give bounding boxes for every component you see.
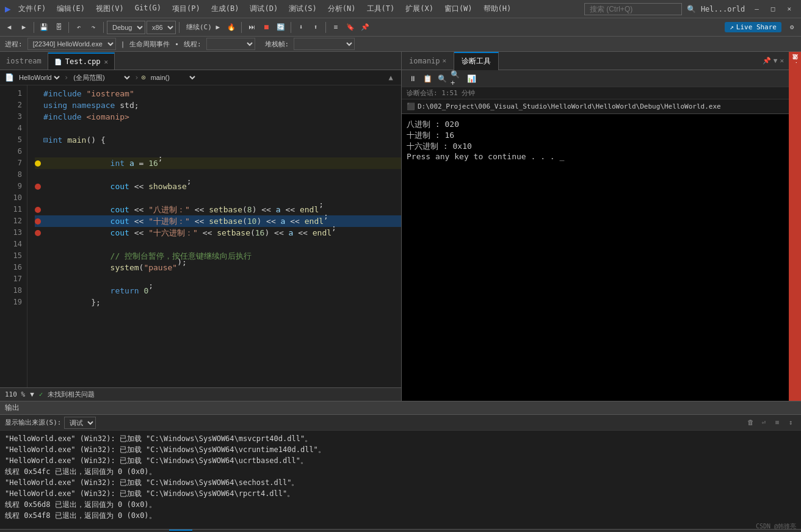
- live-share-btn[interactable]: ↗ Live Share: [725, 22, 781, 32]
- fn-showbase: showbase: [148, 181, 187, 192]
- line-numbers: 1 2 3 4 5 6 7 8 9 10 11 12 13 14 15 16 1…: [0, 85, 27, 387]
- tab-watch-1[interactable]: 监视 1: [83, 530, 114, 533]
- menu-debug[interactable]: 调试(D): [245, 1, 283, 16]
- output-clear-btn[interactable]: 🗑: [745, 417, 756, 428]
- tab-test-cpp[interactable]: 📄 Test.cpp ✕: [48, 52, 115, 70]
- code-line-13: cout << "十六进制：" << setbase(16) << a << e…: [35, 227, 401, 239]
- menu-edit[interactable]: 编辑(E): [52, 1, 90, 16]
- minimize-button[interactable]: —: [750, 4, 764, 14]
- num-0: 0: [143, 285, 148, 297]
- function-combo[interactable]: main(): [148, 71, 197, 84]
- diag-chart-btn[interactable]: 📊: [465, 73, 477, 85]
- process-combo[interactable]: [22340] HelloWorld.exe: [27, 38, 116, 50]
- hot-reload-icon[interactable]: 🔥: [225, 21, 238, 34]
- tab-diag-tools[interactable]: 诊断工具: [454, 52, 499, 70]
- kw-namespace: namespace: [72, 99, 115, 111]
- str-iomanip: <iomanip>: [86, 111, 129, 123]
- tab-iostream[interactable]: iostream: [0, 52, 48, 70]
- step-out-btn[interactable]: ⬆: [309, 21, 322, 34]
- menu-test[interactable]: 测试(S): [284, 1, 322, 16]
- output-btn3[interactable]: ≡: [772, 417, 783, 428]
- live-share-label: Live Share: [736, 23, 777, 31]
- close-button[interactable]: ✕: [782, 4, 796, 14]
- diag-close-btn[interactable]: ✕: [780, 57, 784, 65]
- undo-btn[interactable]: ↶: [72, 21, 85, 34]
- tab-local-vars[interactable]: 局部变量: [44, 530, 81, 533]
- tab-output[interactable]: 输出: [169, 530, 192, 533]
- menu-git[interactable]: Git(G): [130, 1, 166, 16]
- fn-endl12: endl: [305, 215, 324, 227]
- diag-btn-1[interactable]: ⏸: [407, 73, 419, 85]
- output-source-combo[interactable]: 调试: [64, 417, 96, 429]
- output-content[interactable]: "HelloWorld.exe" (Win32): 已加载 "C:\Window…: [0, 431, 801, 529]
- stop-btn[interactable]: ⏹: [259, 21, 273, 34]
- console-line-3: 十六进制 : 0x10: [407, 141, 784, 152]
- output-header: 输出: [0, 401, 801, 415]
- code-line-3: #include <iomanip>: [35, 111, 401, 123]
- iomanip-close-btn[interactable]: ✕: [443, 57, 447, 65]
- code-content-area[interactable]: #include "iostream" using namespace std;…: [27, 85, 401, 387]
- thread-combo[interactable]: [206, 38, 255, 50]
- arch-combo[interactable]: x86: [147, 21, 176, 34]
- menu-build[interactable]: 生成(B): [206, 1, 244, 16]
- tab-test-cpp-close[interactable]: ✕: [104, 58, 109, 66]
- diag-btn-2[interactable]: 📋: [421, 73, 433, 85]
- bookmark-btn[interactable]: 🔖: [344, 21, 357, 34]
- format-btn[interactable]: ≡: [329, 21, 343, 34]
- tab-auto-window[interactable]: 自动窗口: [5, 530, 42, 533]
- zoom-label: 110 %: [5, 390, 25, 398]
- sep5: [241, 22, 242, 33]
- str-iostream: "iostream": [86, 88, 134, 99]
- menu-window[interactable]: 窗口(W): [440, 1, 477, 16]
- zoom-expand[interactable]: ▼: [30, 390, 34, 398]
- menu-project[interactable]: 项目(P): [167, 1, 205, 16]
- step-over-btn[interactable]: ⏭: [245, 21, 258, 34]
- tab-find-symbols[interactable]: 查找符号结果: [117, 530, 167, 533]
- menu-view[interactable]: 视图(V): [91, 1, 129, 16]
- menu-extensions[interactable]: 扩展(X): [400, 1, 438, 16]
- maximize-button[interactable]: □: [766, 4, 780, 14]
- function-icon: ⊙: [141, 73, 145, 82]
- redo-btn[interactable]: ↷: [87, 21, 100, 34]
- menu-file[interactable]: 文件(F): [13, 1, 51, 16]
- diag-zoom-in-btn[interactable]: 🔍+: [451, 73, 463, 85]
- config-combo[interactable]: Debug: [107, 21, 145, 34]
- step-in-btn[interactable]: ⬇: [294, 21, 308, 34]
- console-line-2: 十进制 : 16: [407, 130, 784, 141]
- output-line-2: "HelloWorld.exe" (Win32): 已加载 "C:\Window…: [5, 444, 796, 455]
- settings-btn[interactable]: ⚙: [785, 21, 799, 34]
- output-btn4[interactable]: ↕: [785, 417, 796, 428]
- console-output[interactable]: 八进制 : 020 十进制 : 16 十六进制 : 0x10 Press any…: [402, 114, 789, 401]
- diag-search-btn[interactable]: 🔍: [436, 73, 448, 85]
- collapse-btn[interactable]: ▲: [385, 72, 396, 83]
- code-editor[interactable]: 1 2 3 4 5 6 7 8 9 10 11 12 13 14 15 16 1…: [0, 85, 401, 387]
- menu-help[interactable]: 帮助(H): [479, 1, 516, 16]
- global-search-input[interactable]: [584, 3, 682, 15]
- restart-btn[interactable]: 🔄: [274, 21, 288, 34]
- back-btn[interactable]: ◀: [2, 21, 16, 34]
- ln-18: 18: [0, 285, 22, 297]
- scope-combo[interactable]: (全局范围): [71, 71, 132, 84]
- diag-arrow-btn[interactable]: ▼: [774, 57, 778, 65]
- diag-time-label: 诊断会话: 1:51 分钟: [407, 89, 475, 97]
- diag-pin-btn[interactable]: 📌: [763, 57, 771, 65]
- continue-btn[interactable]: 继续(C) ▶: [183, 21, 223, 34]
- output-wrap-btn[interactable]: ⏎: [758, 417, 769, 428]
- ln-7: 7: [0, 157, 22, 169]
- process-bar: 进程: [22340] HelloWorld.exe | 生命周期事件 • 线程…: [0, 37, 801, 52]
- project-combo[interactable]: HelloWorld: [16, 71, 62, 84]
- ln-13: 13: [0, 227, 22, 239]
- tab-iomanip[interactable]: iomanip ✕: [402, 52, 454, 70]
- var-a11: a: [276, 204, 281, 215]
- thread-sep: •: [175, 40, 179, 48]
- save-all-btn[interactable]: 🗄: [52, 21, 65, 34]
- str-dec: "十进制：": [148, 215, 190, 227]
- var-a12: a: [281, 215, 286, 227]
- stack-combo[interactable]: [294, 38, 355, 50]
- menu-analyze[interactable]: 分析(N): [323, 1, 361, 16]
- forward-btn[interactable]: ▶: [17, 21, 31, 34]
- save-btn[interactable]: 💾: [37, 21, 51, 34]
- tab-test-cpp-label: Test.cpp: [65, 57, 101, 66]
- menu-tools[interactable]: 工具(T): [362, 1, 400, 16]
- bookmark2-btn[interactable]: 📌: [358, 21, 372, 34]
